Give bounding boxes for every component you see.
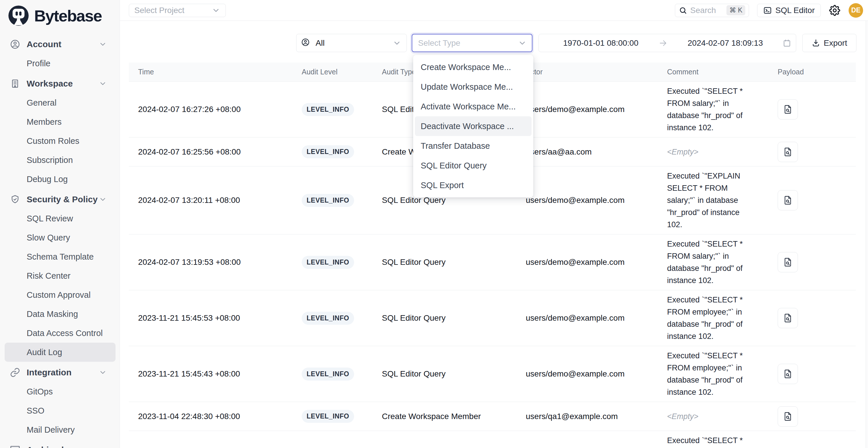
table-row: 2023-11-04 22:48:30 +08:00 LEVEL_INFO Cr…	[129, 402, 856, 431]
level-badge: LEVEL_INFO	[302, 256, 354, 269]
sidebar-item-security-policy[interactable]: Security & Policy	[5, 190, 116, 209]
file-search-icon	[783, 104, 793, 115]
cell-audit-type: SQL Editor Query	[373, 258, 517, 267]
dropdown-item-sql-export[interactable]: SQL Export	[415, 175, 532, 195]
level-badge: LEVEL_INFO	[302, 194, 354, 207]
chevron-down-icon	[518, 39, 527, 47]
sidebar-item-data-masking[interactable]: Data Masking	[5, 305, 116, 324]
cell-time: 2024-02-07 13:20:11 +08:00	[129, 196, 292, 205]
sidebar-item-label: Schema Template	[27, 252, 94, 262]
sidebar-item-mail-delivery[interactable]: Mail Delivery	[5, 420, 116, 439]
column-header-audit-level: Audit Level	[292, 68, 373, 76]
dropdown-item-sql-editor-query[interactable]: SQL Editor Query	[415, 156, 532, 175]
view-payload-button[interactable]	[778, 252, 798, 272]
settings-gear-icon[interactable]	[829, 5, 840, 16]
dropdown-item-create-workspace-me[interactable]: Create Workspace Me...	[415, 57, 532, 77]
view-payload-button[interactable]	[778, 364, 798, 384]
sidebar-item-risk-center[interactable]: Risk Center	[5, 266, 116, 285]
sql-editor-label: SQL Editor	[775, 6, 815, 15]
cell-audit-level: LEVEL_INFO	[292, 145, 373, 158]
cell-actor: users/demo@example.com	[517, 105, 658, 114]
sidebar-item-general[interactable]: General	[5, 93, 116, 112]
sidebar-item-sql-review[interactable]: SQL Review	[5, 209, 116, 228]
sidebar-item-account[interactable]: Account	[5, 35, 116, 54]
sidebar-item-profile[interactable]: Profile	[5, 54, 116, 73]
search-icon	[679, 6, 687, 15]
sidebar-item-label: Archived	[27, 445, 64, 448]
file-search-icon	[783, 369, 793, 379]
sidebar-item-label: Custom Approval	[27, 290, 91, 300]
cell-audit-level: LEVEL_INFO	[292, 256, 373, 269]
cell-actor: users/qa1@example.com	[517, 412, 658, 421]
sidebar-item-label: Mail Delivery	[27, 425, 75, 435]
table-row: 2023-11-04 21:26:24 +08:00 LEVEL_INFO SQ…	[129, 431, 856, 448]
cell-actor: users/demo@example.com	[517, 196, 658, 205]
vertical-scrollbar[interactable]	[866, 21, 868, 448]
export-button[interactable]: Export	[802, 34, 857, 52]
export-label: Export	[824, 38, 847, 48]
bytebase-logo[interactable]: Bytebase	[0, 0, 120, 30]
sidebar-item-label: GitOps	[27, 387, 53, 396]
sidebar: Bytebase Account Profile Workspace Gener…	[0, 0, 120, 448]
dropdown-item-deactivate-workspace[interactable]: Deactivate Workspace ...	[415, 116, 532, 136]
cell-comment: Executed `"SELECT * FROM salary;"` in da…	[658, 82, 768, 137]
level-badge: LEVEL_INFO	[302, 103, 354, 116]
column-header-payload: Payload	[768, 68, 856, 76]
sidebar-item-workspace[interactable]: Workspace	[5, 74, 116, 93]
cell-actor: users/demo@example.com	[517, 369, 658, 379]
archive-icon	[10, 445, 20, 448]
view-payload-button[interactable]	[778, 308, 798, 328]
dropdown-item-transfer-database[interactable]: Transfer Database	[415, 136, 532, 156]
sidebar-item-gitops[interactable]: GitOps	[5, 382, 116, 401]
dropdown-item-update-workspace-me[interactable]: Update Workspace Me...	[415, 77, 532, 97]
level-badge: LEVEL_INFO	[302, 367, 354, 381]
view-payload-button[interactable]	[778, 406, 798, 426]
view-payload-button[interactable]	[778, 190, 798, 211]
search-placeholder: Search	[690, 6, 723, 15]
date-range-picker[interactable]: 1970-01-01 08:00:00 2024-02-07 18:09:13	[538, 34, 796, 52]
sidebar-item-members[interactable]: Members	[5, 112, 116, 131]
sidebar-item-slow-query[interactable]: Slow Query	[5, 228, 116, 247]
table-row: 2023-11-21 15:45:43 +08:00 LEVEL_INFO SQ…	[129, 346, 856, 402]
cell-audit-level: LEVEL_INFO	[292, 194, 373, 207]
sidebar-item-integration[interactable]: Integration	[5, 363, 116, 382]
sidebar-item-subscription[interactable]: Subscription	[5, 151, 116, 169]
sidebar-item-label: Data Access Control	[27, 328, 103, 338]
cell-time: 2023-11-21 15:45:53 +08:00	[129, 313, 292, 323]
file-search-icon	[783, 257, 793, 267]
dropdown-item-activate-workspace-me[interactable]: Activate Workspace Me...	[415, 97, 532, 116]
chevron-down-icon	[393, 39, 401, 47]
cell-time: 2023-11-04 22:48:30 +08:00	[129, 412, 292, 421]
sidebar-item-custom-roles[interactable]: Custom Roles	[5, 131, 116, 151]
sidebar-item-label: Subscription	[27, 155, 73, 165]
actor-filter-select[interactable]: All	[296, 34, 407, 52]
sidebar-item-archived[interactable]: Archived	[5, 441, 116, 448]
sidebar-item-label: Audit Log	[27, 348, 62, 357]
sidebar-item-data-access-control[interactable]: Data Access Control	[5, 324, 116, 343]
date-from: 1970-01-01 08:00:00	[544, 38, 658, 48]
level-badge: LEVEL_INFO	[302, 312, 354, 325]
sidebar-item-debug-log[interactable]: Debug Log	[5, 169, 116, 189]
sidebar-item-label: Custom Roles	[27, 136, 79, 146]
date-to: 2024-02-07 18:09:13	[668, 38, 783, 48]
type-filter-dropdown: Create Workspace Me...Update Workspace M…	[413, 55, 533, 197]
avatar[interactable]: DE	[848, 3, 863, 18]
view-payload-button[interactable]	[778, 99, 798, 120]
topbar: Select Project Search ⌘ K SQL Editor DE	[120, 0, 868, 21]
sidebar-item-custom-approval[interactable]: Custom Approval	[5, 285, 116, 305]
chevron-down-icon	[99, 195, 107, 203]
project-select[interactable]: Select Project	[129, 4, 226, 17]
sidebar-item-audit-log[interactable]: Audit Log	[5, 343, 116, 362]
view-payload-button[interactable]	[778, 142, 798, 162]
cell-audit-level: LEVEL_INFO	[292, 367, 373, 381]
sidebar-item-schema-template[interactable]: Schema Template	[5, 247, 116, 266]
file-search-icon	[783, 411, 793, 422]
shield-check-icon	[10, 194, 20, 204]
brand-name: Bytebase	[34, 6, 102, 25]
search-input[interactable]: Search ⌘ K	[675, 4, 749, 17]
sql-editor-button[interactable]: SQL Editor	[757, 4, 821, 17]
type-filter-select[interactable]: Select Type	[412, 34, 532, 52]
cell-comment: Executed `"SELECT * FROM employee;"` in …	[658, 290, 768, 346]
level-badge: LEVEL_INFO	[302, 145, 354, 158]
sidebar-item-sso[interactable]: SSO	[5, 401, 116, 420]
